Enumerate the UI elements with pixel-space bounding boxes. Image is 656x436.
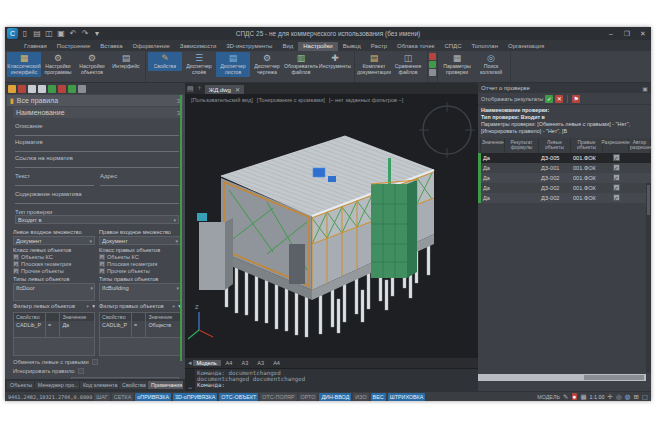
table-row[interactable]: Да ДЗ-002 001.ФОК ✓ [478, 173, 651, 183]
status-toggle[interactable]: оПРИВЯЗКА [135, 393, 171, 401]
status-toggle[interactable]: ОРТО [299, 393, 318, 401]
close-tab-icon[interactable]: ✕ [235, 86, 240, 93]
resolution-checkbox[interactable]: ✓ [613, 154, 620, 161]
ribbon-tab[interactable]: Оформление [128, 42, 175, 51]
resolution-checkbox[interactable]: ✓ [613, 174, 620, 181]
status-toggle[interactable]: ДИН-ВВОД [319, 393, 351, 401]
viewport-control[interactable]: [Пользовательский вид] [191, 97, 253, 103]
class-checkbox-row[interactable]: ✓ Прочие объекты [13, 268, 95, 274]
panel-tab[interactable]: Примечания [148, 381, 183, 389]
minimize-button[interactable]: – [603, 27, 619, 40]
filter-row-empty[interactable] [100, 329, 180, 337]
text-input[interactable] [15, 179, 94, 186]
ribbon-tab[interactable]: Построение [52, 42, 95, 51]
qat-icon[interactable]: ▤ [32, 29, 42, 38]
close-button[interactable]: ✕ [635, 27, 651, 40]
ribbon-button[interactable]: ▤ Диспетчер листов [216, 52, 250, 77]
layout-tab[interactable]: А4 [222, 360, 237, 366]
pin-icon[interactable]: ▣ [642, 85, 648, 92]
delete-rule-icon[interactable] [18, 85, 26, 93]
class-checkbox-row[interactable]: ✓ Плоская геометрия [99, 261, 181, 267]
rule-item-name[interactable]: Наименование 3 [13, 107, 183, 118]
ribbon-button[interactable]: ☰ Диспетчер слоёв [182, 52, 216, 77]
space-indicator[interactable]: МОДЕЛЬ [537, 394, 560, 400]
rule-field-input[interactable] [15, 129, 179, 136]
vertical-scrollbar[interactable] [646, 183, 651, 373]
ignore-option[interactable]: Игнорировать правило ✓ [13, 368, 185, 374]
show-passed-icon[interactable]: ✓ [545, 95, 553, 103]
status-toggle[interactable]: ШТРИХОВКА [388, 393, 426, 401]
status-toggle[interactable]: ОТС-ОБЪЕКТ [219, 393, 258, 401]
document-tab[interactable]: ЖД.dwg ✕ [205, 85, 244, 94]
ribbon-button[interactable]: ✎ Свойства [148, 52, 182, 71]
rules-tree-root[interactable]: ▮ Все правила 3 [7, 95, 183, 106]
ribbon-tab[interactable]: Вид [277, 42, 298, 51]
class-checkbox-row[interactable]: ✓ Объекты КС [13, 254, 95, 260]
qat-icon[interactable]: ↶ [68, 29, 78, 38]
mini-red-icon[interactable] [429, 53, 436, 60]
class-checkbox-row[interactable]: ✓ Плоская геометрия [13, 261, 95, 267]
layout-nav-icon[interactable]: ◂ [188, 359, 192, 367]
qat-icon[interactable]: ◫ [44, 29, 54, 38]
layout-tab[interactable]: А3 [253, 360, 268, 366]
status-toggle[interactable]: ШАГ [94, 393, 109, 401]
pan-icon[interactable]: ✛ [608, 393, 613, 401]
panel-scroll-indicator[interactable] [180, 95, 182, 361]
flag-icon[interactable]: ⚑ [572, 95, 580, 103]
right-types-list[interactable]: IfcBuilding ▾ [99, 283, 181, 301]
ribbon-button[interactable]: ✚ Инструменты [318, 52, 352, 71]
status-toggle[interactable]: 3D-оПРИВЯЗКА [173, 393, 217, 401]
rule-field-input[interactable] [15, 161, 179, 168]
ribbon-button[interactable]: ▦ Классический интерфейс [7, 52, 41, 77]
panel-tab[interactable]: Код элемента [80, 381, 118, 389]
ribbon-tab[interactable]: Облака точек [392, 42, 439, 51]
model-viewport[interactable]: [Пользовательский вид][Тонирование с кро… [185, 94, 478, 358]
ribbon-button[interactable]: ⚙ Диспетчер чертежа [250, 52, 284, 77]
viewport-control[interactable]: [Тонирование с кромками] [257, 97, 325, 103]
status-toggle[interactable]: ОТС-ПОЛЯР [260, 393, 296, 401]
check-type-select[interactable]: Входит в ▾ [15, 215, 179, 224]
new-doc-icon[interactable]: ＋ [196, 83, 203, 93]
zoom-icon[interactable]: ◎ [616, 393, 622, 401]
qat-icon[interactable]: ▣ [56, 29, 66, 38]
annotation-icon[interactable]: ✎ [563, 393, 568, 401]
paste-rule-icon[interactable] [38, 85, 46, 93]
layout-tab[interactable]: А4 [269, 360, 284, 366]
left-types-list[interactable]: IfcDoor ▾ [13, 283, 95, 301]
command-line[interactable]: ⌨ Команда: documentchanged documentchang… [185, 368, 478, 391]
viewport-control[interactable]: [– нет заданных фильтров –] [329, 97, 403, 103]
class-checkbox-row[interactable]: ✓ Прочие объекты [99, 268, 181, 274]
right-doc-select[interactable]: Документ ▾ [99, 236, 181, 245]
status-toggle[interactable]: СЕТКА [112, 393, 134, 401]
panel-tab[interactable]: Свойства [119, 381, 147, 389]
report-panel-header[interactable]: Отчет о проверке ▣ [478, 83, 651, 93]
ribbon-tab[interactable]: Настройки [298, 42, 337, 51]
record-icon[interactable]: ● [572, 393, 578, 400]
panel-tab[interactable]: Объекты [7, 381, 34, 389]
ribbon-tab[interactable]: Топоплан [466, 42, 503, 51]
grid-display-icon[interactable]: ▦ [580, 393, 586, 401]
scale-indicator[interactable]: 1:1.00 [590, 394, 605, 400]
ribbon-button[interactable]: ▤ Интерфейс [109, 52, 143, 71]
export-rules-icon[interactable] [68, 85, 76, 93]
command-prompt[interactable]: Команда: [197, 382, 476, 388]
ribbon-button[interactable]: ▥ Обозреватель файлов [284, 52, 318, 77]
new-rule-folder-icon[interactable] [8, 85, 16, 93]
rule-field-input[interactable] [15, 145, 179, 152]
resolution-checkbox[interactable]: ✓ [613, 194, 620, 201]
filter-row[interactable]: CADLib_Р = Обществ [100, 321, 180, 329]
mini-green-icon[interactable] [429, 61, 436, 68]
table-row[interactable]: Да ДЗ-002 001.ФОК ✓ [478, 183, 651, 193]
resolution-checkbox[interactable]: ✓ [613, 184, 620, 191]
qat-icon[interactable]: ▯ [20, 29, 30, 38]
ribbon-tab[interactable]: Зависимости [175, 42, 221, 51]
class-checkbox-row[interactable]: ✓ Объекты КС [99, 254, 181, 260]
ribbon-button[interactable]: ▤ Комплект документации [357, 52, 391, 77]
resolution-checkbox[interactable]: ✓ [613, 164, 620, 171]
qat-icon[interactable]: ▾ [92, 29, 102, 38]
maximize-button[interactable]: ❐ [619, 27, 635, 40]
swap-option[interactable]: Обменять левые с правыми ✓ [13, 359, 185, 365]
layout-tab[interactable]: А3 [237, 360, 252, 366]
show-failed-icon[interactable]: ✕ [555, 95, 563, 103]
ribbon-tab[interactable]: Растр [366, 42, 392, 51]
